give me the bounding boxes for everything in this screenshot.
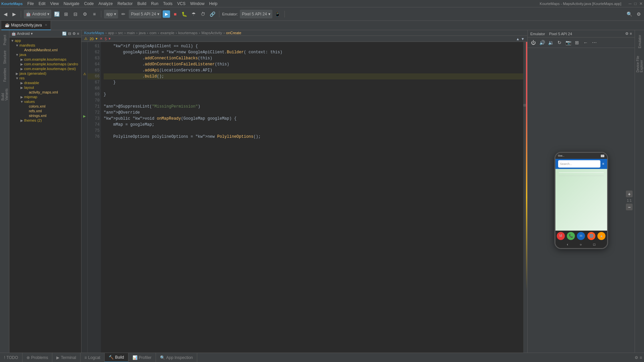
menu-tools[interactable]: Tools (161, 1, 174, 7)
expand-warnings-btn[interactable]: ▲ (516, 37, 520, 41)
attach-btn[interactable]: 🔗 (208, 10, 216, 18)
close-tab-icon[interactable]: ✕ (45, 23, 47, 27)
screenshot-btn[interactable]: 📷 (565, 39, 572, 46)
tree-item[interactable]: ▼values (9, 99, 81, 104)
tree-item[interactable]: activity_maps.xml (9, 90, 81, 95)
menu-window[interactable]: Window (188, 1, 207, 7)
tab-profiler[interactable]: 📊 Profiler (128, 353, 156, 362)
zoom-out-btn[interactable]: − (626, 203, 633, 210)
sync-project-btn[interactable]: 🔄 (62, 32, 67, 36)
debug-btn[interactable]: 🐛 (180, 10, 188, 18)
phone-menu-icon[interactable]: ≡ (602, 162, 604, 166)
tree-item[interactable]: ▼app (9, 38, 81, 43)
phone-icon-messages[interactable]: ✉ (577, 232, 585, 240)
forward-btn[interactable]: ▶ (10, 10, 18, 18)
sidebar-item-project[interactable]: Project (1, 32, 9, 48)
phone-map-content[interactable] (555, 169, 607, 231)
tree-item[interactable]: ▼res (9, 76, 81, 80)
emulator-settings-icon[interactable]: ⚙ (625, 32, 629, 36)
collapse-btn[interactable]: ⊟ (71, 10, 79, 18)
power-btn[interactable]: ⏻ (530, 39, 537, 46)
options-btn[interactable]: ≡ (90, 10, 98, 18)
search-everywhere-btn[interactable]: 🔍 (625, 10, 633, 18)
tab-todo[interactable]: ! TODO (0, 353, 22, 362)
tree-item[interactable]: AndroidManifest.xml (9, 48, 81, 52)
avd-manager-btn[interactable]: 📱 (274, 10, 282, 18)
collapse-project-btn[interactable]: ⊟ (68, 32, 71, 36)
volume-up-btn[interactable]: 🔊 (538, 39, 546, 46)
sidebar-item-device-file-explorer[interactable]: Device File Explorer (636, 52, 644, 72)
editor-scrollbar[interactable] (523, 42, 527, 353)
minimize-btn[interactable]: ─ (629, 1, 632, 6)
tree-item[interactable]: ▶com.example.kourtemaps (test) (9, 66, 81, 71)
menu-refactor[interactable]: Refactor (115, 1, 135, 7)
phone-search-bar[interactable]: Search... (558, 160, 600, 168)
build-panel-options-icon[interactable]: ≡ (640, 355, 642, 360)
expand-btn[interactable]: ⊞ (62, 10, 70, 18)
zoom-in-btn[interactable]: + (626, 190, 633, 197)
run-button[interactable]: ▶ (163, 10, 170, 18)
app-config-dropdown[interactable]: app ▾ (104, 10, 118, 18)
menu-build[interactable]: Build (136, 1, 149, 7)
fold-btn[interactable]: ⊞ (573, 39, 581, 46)
menu-edit[interactable]: Edit (37, 1, 48, 7)
project-settings-btn[interactable]: ⚙ (72, 32, 76, 36)
tree-item[interactable]: ▶layout (9, 85, 81, 90)
device-dropdown[interactable]: Pixel 5 API 24 ▾ (129, 10, 161, 18)
tab-logcat[interactable]: ≡ Logcat (80, 353, 105, 362)
menu-navigate[interactable]: Navigate (61, 1, 81, 7)
menu-code[interactable]: Code (82, 1, 96, 7)
maximize-btn[interactable]: □ (634, 1, 637, 6)
menu-file[interactable]: File (25, 1, 36, 7)
profile-btn[interactable]: ⏱ (199, 10, 207, 18)
menu-vcs[interactable]: VCS (175, 1, 187, 7)
tree-item[interactable]: ▶mipmap (9, 95, 81, 99)
edit-config-btn[interactable]: ✏ (119, 10, 127, 18)
file-tab-maps-activity[interactable]: ☕ MapsActivity.java ✕ (1, 21, 51, 30)
tab-app-inspection[interactable]: 🔍 App Inspection (156, 353, 197, 362)
home-nav-icon[interactable]: ○ (580, 243, 582, 246)
emulator-options-icon[interactable]: ≡ (630, 32, 632, 36)
collapse-warnings-btn[interactable]: ▼ (521, 37, 525, 41)
close-btn[interactable]: ✕ (639, 1, 643, 6)
tree-item[interactable]: ▶com.example.kourtemaps (andro (9, 62, 81, 66)
sidebar-item-favorites[interactable]: Favorites (1, 66, 9, 83)
build-panel-settings-icon[interactable]: ⚙ (635, 355, 638, 360)
menu-help[interactable]: Help (207, 1, 220, 7)
project-options-btn[interactable]: ≡ (77, 32, 79, 36)
code-editor[interactable]: "kw">if (googleApiClient == null) { goog… (101, 42, 527, 353)
settings-icon[interactable]: ⚙ (81, 10, 89, 18)
recent-nav-icon[interactable]: □ (593, 243, 595, 246)
back-device-btn[interactable]: ← (582, 39, 589, 46)
stop-button[interactable]: ■ (171, 10, 179, 18)
tree-item[interactable]: ▶java (generated) (9, 71, 81, 76)
tab-problems[interactable]: ⊗ Problems (22, 353, 53, 362)
sidebar-item-structure[interactable]: Structure (1, 49, 9, 66)
tab-build[interactable]: 🔨 Build (105, 353, 128, 362)
back-btn[interactable]: ◀ (1, 10, 9, 18)
tree-item[interactable]: colors.xml (9, 104, 81, 109)
menu-analyze[interactable]: Analyze (96, 1, 115, 7)
sidebar-item-build-variants[interactable]: Build Variants (1, 84, 9, 101)
menu-run[interactable]: Run (149, 1, 160, 7)
sync-btn[interactable]: 🔄 (53, 10, 61, 18)
menu-view[interactable]: View (48, 1, 61, 7)
back-nav-icon[interactable]: ‹ (567, 243, 568, 246)
settings-btn[interactable]: ⚙ (635, 10, 643, 18)
tree-item[interactable]: ▼manifests (9, 43, 81, 48)
android-dropdown[interactable]: 🤖 Android ▾ (24, 10, 51, 18)
phone-icon-gmail[interactable]: M (557, 232, 565, 240)
tree-item[interactable]: ▼java (9, 52, 81, 57)
tree-item[interactable]: refs.xml (9, 109, 81, 113)
tab-terminal[interactable]: ▶ Terminal (52, 353, 80, 362)
phone-icon-chrome[interactable]: 🌐 (587, 232, 595, 240)
tree-item[interactable]: ▶themes (2) (9, 118, 81, 123)
rotate-btn[interactable]: ↻ (556, 39, 563, 46)
phone-icon-maps[interactable]: ▲ (597, 232, 605, 240)
volume-down-btn[interactable]: 🔉 (547, 39, 554, 46)
emulator-device-dropdown[interactable]: Pixel 5 API 24 ▾ (240, 10, 272, 18)
tree-item[interactable]: strings.xml (9, 113, 81, 118)
tree-item[interactable]: ▶com.example.kourtemaps (9, 57, 81, 62)
sidebar-item-emulator[interactable]: Emulator (636, 32, 644, 52)
more-options-btn[interactable]: ⋯ (591, 39, 598, 46)
